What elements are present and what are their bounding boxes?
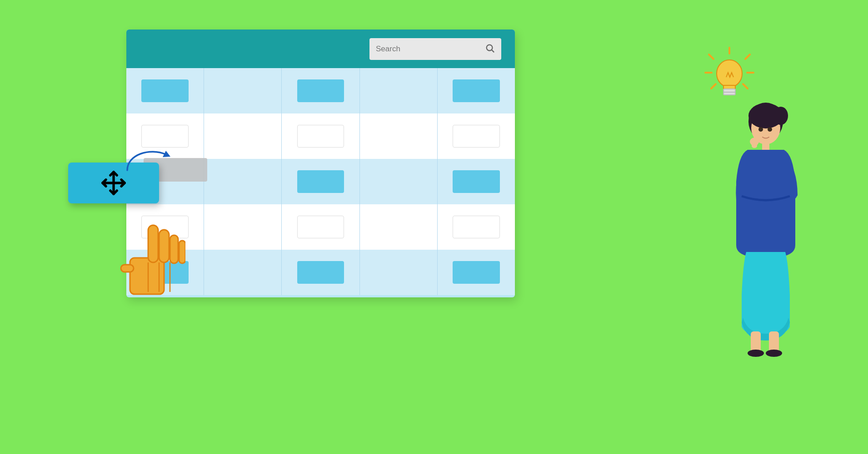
search-box[interactable] bbox=[369, 38, 501, 60]
cell-content bbox=[453, 79, 500, 102]
svg-line-15 bbox=[709, 54, 713, 59]
cell-content bbox=[297, 216, 344, 238]
svg-line-19 bbox=[711, 84, 716, 89]
table-cell bbox=[282, 250, 359, 295]
svg-point-33 bbox=[766, 350, 782, 357]
table-cell bbox=[204, 250, 282, 295]
svg-point-34 bbox=[758, 127, 763, 132]
svg-line-1 bbox=[492, 50, 494, 52]
svg-rect-7 bbox=[159, 230, 169, 262]
table-cell bbox=[126, 68, 204, 114]
table-row bbox=[126, 68, 515, 114]
table-cell bbox=[360, 159, 438, 204]
table-cell bbox=[204, 204, 282, 250]
svg-line-20 bbox=[743, 84, 748, 89]
search-icon bbox=[485, 43, 495, 55]
svg-point-35 bbox=[768, 127, 772, 132]
svg-rect-9 bbox=[179, 241, 185, 263]
table-cell bbox=[282, 159, 359, 204]
svg-rect-30 bbox=[751, 331, 761, 352]
table-cell bbox=[438, 159, 515, 204]
cell-content bbox=[297, 79, 344, 102]
svg-point-0 bbox=[487, 44, 493, 50]
header-bar bbox=[126, 30, 515, 68]
svg-rect-10 bbox=[121, 265, 134, 272]
svg-rect-22 bbox=[723, 85, 735, 89]
svg-point-36 bbox=[773, 107, 788, 125]
table-cell bbox=[360, 114, 438, 159]
cell-content bbox=[453, 170, 500, 193]
table-cell bbox=[204, 114, 282, 159]
cell-content bbox=[453, 216, 500, 238]
table-cell bbox=[360, 250, 438, 295]
table-cell bbox=[438, 204, 515, 250]
table-cell bbox=[438, 114, 515, 159]
cell-content bbox=[453, 125, 500, 148]
table-row bbox=[126, 114, 515, 159]
table-cell bbox=[282, 68, 359, 114]
table-cell bbox=[438, 250, 515, 295]
svg-rect-29 bbox=[762, 142, 769, 151]
table-cell bbox=[438, 68, 515, 114]
hand-cursor-icon bbox=[108, 212, 185, 303]
cell-content bbox=[453, 261, 500, 284]
cell-content bbox=[141, 125, 189, 148]
svg-rect-31 bbox=[769, 331, 779, 352]
table-cell bbox=[204, 159, 282, 204]
cell-content bbox=[297, 170, 344, 193]
svg-rect-6 bbox=[148, 225, 158, 262]
cell-content bbox=[297, 125, 344, 148]
svg-point-21 bbox=[717, 60, 742, 87]
svg-line-16 bbox=[745, 54, 750, 59]
cell-content bbox=[297, 261, 344, 284]
table-cell bbox=[360, 68, 438, 114]
woman-figure bbox=[713, 91, 813, 354]
table-cell bbox=[204, 68, 282, 114]
table-cell bbox=[282, 114, 359, 159]
drag-arrow bbox=[123, 145, 168, 173]
svg-rect-37 bbox=[752, 138, 757, 148]
svg-point-32 bbox=[748, 350, 764, 357]
svg-rect-8 bbox=[170, 235, 178, 263]
table-cell bbox=[282, 204, 359, 250]
search-input[interactable] bbox=[376, 44, 480, 54]
table-cell bbox=[360, 204, 438, 250]
cell-content bbox=[141, 79, 189, 102]
